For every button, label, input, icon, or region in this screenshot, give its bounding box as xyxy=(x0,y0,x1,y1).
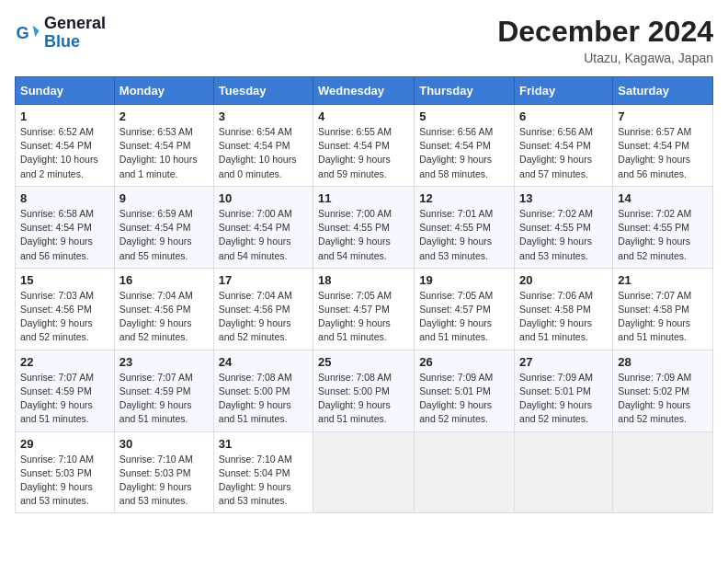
day-number: 20 xyxy=(519,273,608,287)
day-cell: 11 Sunrise: 7:00 AMSunset: 4:55 PMDaylig… xyxy=(313,186,415,268)
day-info: Sunrise: 7:05 AMSunset: 4:57 PMDaylight:… xyxy=(419,290,493,343)
logo-icon: G xyxy=(15,20,40,46)
day-info: Sunrise: 7:07 AMSunset: 4:59 PMDaylight:… xyxy=(119,372,193,425)
day-info: Sunrise: 7:01 AMSunset: 4:55 PMDaylight:… xyxy=(419,208,493,261)
day-number: 27 xyxy=(519,355,608,369)
day-cell: 13 Sunrise: 7:02 AMSunset: 4:55 PMDaylig… xyxy=(515,186,613,268)
column-header-saturday: Saturday xyxy=(613,77,713,105)
calendar-header-row: SundayMondayTuesdayWednesdayThursdayFrid… xyxy=(16,77,713,105)
day-number: 14 xyxy=(618,191,708,205)
day-cell: 31 Sunrise: 7:10 AMSunset: 5:04 PMDaylig… xyxy=(213,431,313,513)
location: Utazu, Kagawa, Japan xyxy=(497,51,713,65)
page-header: G General Blue December 2024 Utazu, Kaga… xyxy=(15,15,713,65)
day-info: Sunrise: 6:59 AMSunset: 4:54 PMDaylight:… xyxy=(119,208,193,261)
day-cell: 16 Sunrise: 7:04 AMSunset: 4:56 PMDaylig… xyxy=(114,268,213,350)
day-cell: 3 Sunrise: 6:54 AMSunset: 4:54 PMDayligh… xyxy=(213,105,313,187)
logo: G General Blue xyxy=(15,15,106,52)
day-cell: 15 Sunrise: 7:03 AMSunset: 4:56 PMDaylig… xyxy=(16,268,115,350)
day-number: 11 xyxy=(318,191,409,205)
day-info: Sunrise: 7:08 AMSunset: 5:00 PMDaylight:… xyxy=(219,372,292,425)
day-number: 25 xyxy=(318,355,409,369)
day-info: Sunrise: 7:02 AMSunset: 4:55 PMDaylight:… xyxy=(519,208,593,261)
day-info: Sunrise: 6:55 AMSunset: 4:54 PMDaylight:… xyxy=(318,126,392,179)
day-info: Sunrise: 6:52 AMSunset: 4:54 PMDaylight:… xyxy=(20,126,98,179)
week-row-5: 29 Sunrise: 7:10 AMSunset: 5:03 PMDaylig… xyxy=(16,431,713,513)
day-info: Sunrise: 7:10 AMSunset: 5:04 PMDaylight:… xyxy=(219,454,292,507)
day-cell: 6 Sunrise: 6:56 AMSunset: 4:54 PMDayligh… xyxy=(515,105,613,187)
day-number: 4 xyxy=(318,109,409,123)
day-info: Sunrise: 6:57 AMSunset: 4:54 PMDaylight:… xyxy=(618,126,691,179)
day-info: Sunrise: 7:09 AMSunset: 5:02 PMDaylight:… xyxy=(618,372,691,425)
day-number: 17 xyxy=(219,273,308,287)
day-info: Sunrise: 7:04 AMSunset: 4:56 PMDaylight:… xyxy=(219,290,292,343)
day-cell: 4 Sunrise: 6:55 AMSunset: 4:54 PMDayligh… xyxy=(313,105,415,187)
day-info: Sunrise: 7:05 AMSunset: 4:57 PMDaylight:… xyxy=(318,290,392,343)
day-number: 3 xyxy=(219,109,308,123)
day-number: 10 xyxy=(219,191,308,205)
day-cell: 17 Sunrise: 7:04 AMSunset: 4:56 PMDaylig… xyxy=(213,268,313,350)
day-number: 30 xyxy=(119,437,209,451)
day-cell: 23 Sunrise: 7:07 AMSunset: 4:59 PMDaylig… xyxy=(114,350,213,431)
day-info: Sunrise: 6:56 AMSunset: 4:54 PMDaylight:… xyxy=(419,126,493,179)
day-cell xyxy=(613,431,713,513)
day-cell: 10 Sunrise: 7:00 AMSunset: 4:54 PMDaylig… xyxy=(213,186,313,268)
day-number: 29 xyxy=(20,437,109,451)
day-cell xyxy=(313,431,415,513)
column-header-monday: Monday xyxy=(114,77,213,105)
day-number: 15 xyxy=(20,273,109,287)
day-cell: 12 Sunrise: 7:01 AMSunset: 4:55 PMDaylig… xyxy=(415,186,515,268)
month-title: December 2024 xyxy=(497,15,713,49)
day-cell: 21 Sunrise: 7:07 AMSunset: 4:58 PMDaylig… xyxy=(613,268,713,350)
day-number: 23 xyxy=(119,355,209,369)
day-number: 5 xyxy=(419,109,509,123)
column-header-friday: Friday xyxy=(515,77,613,105)
day-number: 16 xyxy=(119,273,209,287)
day-cell: 22 Sunrise: 7:07 AMSunset: 4:59 PMDaylig… xyxy=(16,350,115,431)
day-info: Sunrise: 7:06 AMSunset: 4:58 PMDaylight:… xyxy=(519,290,593,343)
day-info: Sunrise: 6:53 AMSunset: 4:54 PMDaylight:… xyxy=(119,126,198,179)
day-info: Sunrise: 7:00 AMSunset: 4:54 PMDaylight:… xyxy=(219,208,292,261)
day-number: 2 xyxy=(119,109,209,123)
day-cell: 29 Sunrise: 7:10 AMSunset: 5:03 PMDaylig… xyxy=(16,431,115,513)
day-cell: 7 Sunrise: 6:57 AMSunset: 4:54 PMDayligh… xyxy=(613,105,713,187)
day-info: Sunrise: 7:02 AMSunset: 4:55 PMDaylight:… xyxy=(618,208,691,261)
day-number: 31 xyxy=(219,437,308,451)
day-number: 19 xyxy=(419,273,509,287)
day-cell: 1 Sunrise: 6:52 AMSunset: 4:54 PMDayligh… xyxy=(16,105,115,187)
day-cell: 25 Sunrise: 7:08 AMSunset: 5:00 PMDaylig… xyxy=(313,350,415,431)
day-cell: 5 Sunrise: 6:56 AMSunset: 4:54 PMDayligh… xyxy=(415,105,515,187)
day-number: 9 xyxy=(119,191,209,205)
day-number: 13 xyxy=(519,191,608,205)
day-cell xyxy=(415,431,515,513)
column-header-wednesday: Wednesday xyxy=(313,77,415,105)
day-cell: 27 Sunrise: 7:09 AMSunset: 5:01 PMDaylig… xyxy=(515,350,613,431)
day-number: 8 xyxy=(20,191,109,205)
column-header-thursday: Thursday xyxy=(415,77,515,105)
day-number: 6 xyxy=(519,109,608,123)
week-row-4: 22 Sunrise: 7:07 AMSunset: 4:59 PMDaylig… xyxy=(16,350,713,431)
day-cell: 18 Sunrise: 7:05 AMSunset: 4:57 PMDaylig… xyxy=(313,268,415,350)
day-number: 7 xyxy=(618,109,708,123)
day-info: Sunrise: 7:03 AMSunset: 4:56 PMDaylight:… xyxy=(20,290,94,343)
week-row-2: 8 Sunrise: 6:58 AMSunset: 4:54 PMDayligh… xyxy=(16,186,713,268)
day-number: 28 xyxy=(618,355,708,369)
day-number: 1 xyxy=(20,109,109,123)
day-number: 12 xyxy=(419,191,509,205)
day-number: 24 xyxy=(219,355,308,369)
day-info: Sunrise: 6:56 AMSunset: 4:54 PMDaylight:… xyxy=(519,126,593,179)
day-number: 22 xyxy=(20,355,109,369)
day-info: Sunrise: 7:07 AMSunset: 4:59 PMDaylight:… xyxy=(20,372,94,425)
day-info: Sunrise: 7:09 AMSunset: 5:01 PMDaylight:… xyxy=(419,372,493,425)
day-cell: 24 Sunrise: 7:08 AMSunset: 5:00 PMDaylig… xyxy=(213,350,313,431)
day-number: 21 xyxy=(618,273,708,287)
day-cell: 20 Sunrise: 7:06 AMSunset: 4:58 PMDaylig… xyxy=(515,268,613,350)
logo-line2: Blue xyxy=(44,33,106,52)
column-header-sunday: Sunday xyxy=(16,77,115,105)
day-cell: 9 Sunrise: 6:59 AMSunset: 4:54 PMDayligh… xyxy=(114,186,213,268)
day-cell xyxy=(515,431,613,513)
day-cell: 26 Sunrise: 7:09 AMSunset: 5:01 PMDaylig… xyxy=(415,350,515,431)
day-info: Sunrise: 7:04 AMSunset: 4:56 PMDaylight:… xyxy=(119,290,193,343)
svg-text:G: G xyxy=(16,23,28,41)
day-cell: 14 Sunrise: 7:02 AMSunset: 4:55 PMDaylig… xyxy=(613,186,713,268)
day-info: Sunrise: 7:10 AMSunset: 5:03 PMDaylight:… xyxy=(20,454,94,507)
